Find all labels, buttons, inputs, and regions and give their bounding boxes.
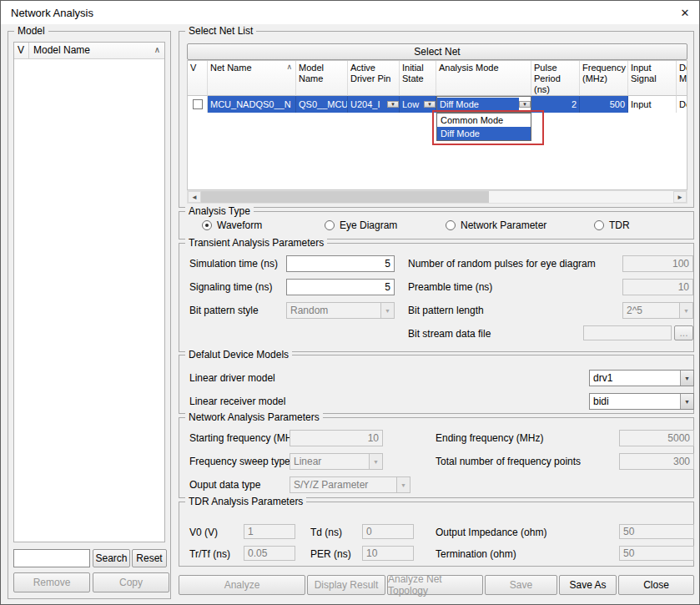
output-impedance-input — [619, 524, 694, 539]
scroll-left-arrow[interactable]: ◄ — [188, 191, 201, 203]
v0-input — [244, 524, 295, 539]
initial-state-value: Low — [400, 98, 424, 111]
per-label: PER (ns) — [310, 548, 351, 560]
linear-driver-model-label: Linear driver model — [189, 372, 275, 384]
trtf-input — [244, 546, 295, 561]
chevron-down-icon: ▼ — [396, 477, 410, 492]
radio-icon — [325, 220, 335, 230]
network-parameters-group: Network Analysis Parameters Starting fre… — [179, 417, 694, 498]
chevron-down-icon[interactable]: ▼ — [387, 101, 399, 108]
net-row-check-cell — [188, 96, 208, 113]
output-data-type-value: S/Y/Z Parameter — [290, 477, 396, 492]
analyze-net-topology-button: Analyze Net Topology — [387, 575, 483, 595]
model-list-header: V Model Name ∧ — [14, 43, 164, 59]
bit-stream-file-input — [583, 325, 672, 340]
chevron-down-icon[interactable]: ▼ — [680, 394, 693, 409]
bit-pattern-length-label: Bit pattern length — [408, 305, 484, 316]
remove-button: Remove — [13, 572, 90, 592]
transient-parameters-group: Transient Analysis Parameters Simulation… — [179, 243, 694, 352]
analysis-mode-value: Diff Mode — [437, 98, 519, 111]
close-dialog-button[interactable]: Close — [618, 575, 694, 595]
input-signal-cell[interactable]: Input — [628, 96, 677, 113]
net-table-row[interactable]: MCU_NADQS0__N QS0__MCU U204_I ▼ Low ▼ Di… — [188, 96, 687, 113]
col-initial-state[interactable]: Initial State — [400, 61, 436, 96]
td-label: Td (ns) — [310, 527, 342, 538]
chevron-down-icon: ▼ — [380, 303, 394, 318]
frequency-cell[interactable]: 500 — [580, 96, 628, 113]
frequency-sweep-type-combo: Linear ▼ — [290, 453, 383, 470]
net-name-cell[interactable]: MCU_NADQS0__N — [208, 96, 296, 113]
trtf-label: Tr/Tf (ns) — [189, 548, 230, 560]
bit-pattern-length-combo: 2^5 ▼ — [622, 302, 693, 319]
active-driver-pin-combo[interactable]: U204_I ▼ — [348, 96, 400, 113]
col-net-name[interactable]: Net Name ∧ — [208, 61, 296, 96]
model-header-name-column[interactable]: Model Name ∧ — [29, 43, 164, 58]
initial-state-combo[interactable]: Low ▼ — [400, 96, 436, 113]
radio-waveform[interactable]: Waveform — [202, 219, 262, 231]
col-model-name[interactable]: Model Name — [296, 61, 348, 96]
radio-waveform-label: Waveform — [217, 219, 262, 231]
net-table-hscrollbar[interactable]: ◄ ► — [187, 190, 687, 204]
simulation-time-input[interactable] — [286, 255, 395, 272]
radio-icon — [594, 220, 604, 230]
reset-button[interactable]: Reset — [132, 549, 167, 567]
scrollbar-thumb[interactable] — [201, 191, 489, 203]
copy-button: Copy — [93, 572, 169, 592]
col-analysis-mode[interactable]: Analysis Mode — [436, 61, 531, 96]
model-search-input[interactable] — [13, 549, 90, 567]
v0-label: V0 (V) — [189, 527, 218, 538]
sort-ascending-icon: ∧ — [154, 45, 160, 54]
scroll-right-arrow[interactable]: ► — [673, 191, 687, 203]
device-model-cell[interactable]: De — [677, 96, 687, 113]
radio-tdr[interactable]: TDR — [594, 219, 630, 231]
radio-network-parameter-label: Network Parameter — [461, 219, 546, 231]
linear-receiver-model-combo[interactable]: bidi ▼ — [589, 393, 694, 410]
sort-ascending-icon: ∧ — [286, 63, 292, 72]
col-check[interactable]: V — [188, 61, 208, 96]
model-list-body[interactable] — [14, 59, 164, 542]
col-input-signal[interactable]: Input Signal — [628, 61, 677, 96]
radio-icon — [446, 220, 456, 230]
termination-label: Termination (ohm) — [436, 548, 516, 560]
search-button[interactable]: Search — [93, 549, 130, 567]
radio-network-parameter[interactable]: Network Parameter — [446, 219, 546, 231]
chevron-down-icon[interactable]: ▼ — [424, 101, 436, 108]
analysis-type-group-title: Analysis Type — [185, 205, 254, 217]
save-as-button[interactable]: Save As — [559, 575, 617, 595]
net-row-checkbox[interactable] — [193, 99, 203, 109]
output-data-type-label: Ouput data type — [189, 479, 260, 491]
analysis-mode-combo[interactable]: Diff Mode ▼ — [436, 96, 531, 113]
bit-stream-file-label: Bit stream data file — [408, 328, 491, 340]
linear-driver-model-combo[interactable]: drv1 ▼ — [589, 370, 694, 386]
preamble-time-input — [622, 279, 693, 295]
window-title: Network Analysis — [11, 7, 93, 19]
select-net-button[interactable]: Select Net — [187, 43, 687, 60]
col-frequency[interactable]: Frequency (MHz) — [580, 61, 628, 96]
dropdown-option-diff-mode[interactable]: Diff Mode — [437, 127, 531, 140]
title-bar: Network Analysis ✕ — [1, 1, 699, 24]
linear-receiver-model-label: Linear receiver model — [189, 396, 285, 407]
chevron-down-icon[interactable]: ▼ — [519, 101, 531, 108]
chevron-down-icon[interactable]: ▼ — [680, 371, 693, 386]
col-pulse-period[interactable]: Pulse Period (ns) — [531, 61, 580, 96]
pulse-period-cell[interactable]: 2 — [531, 96, 580, 113]
model-name-cell[interactable]: QS0__MCU — [296, 96, 348, 113]
radio-eye-diagram[interactable]: Eye Diagram — [325, 219, 397, 231]
col-device-model[interactable]: De Mc — [677, 61, 687, 96]
model-list: V Model Name ∧ — [13, 42, 165, 542]
tdr-parameters-group-title: TDR Analysis Parameters — [185, 496, 306, 507]
transient-group-title: Transient Analysis Parameters — [185, 237, 327, 249]
col-active-driver-pin[interactable]: Active Driver Pin — [348, 61, 400, 96]
close-button[interactable]: ✕ — [677, 5, 693, 20]
radio-icon — [202, 220, 212, 230]
dropdown-option-common-mode[interactable]: Common Mode — [437, 113, 531, 127]
starting-frequency-label: Starting frequency (MHz) — [189, 432, 300, 444]
select-net-list-group-title: Select Net List — [185, 25, 256, 37]
device-models-group-title: Defalut Device Models — [185, 349, 292, 360]
model-header-check-column[interactable]: V — [14, 43, 29, 58]
signaling-time-input[interactable] — [286, 279, 395, 295]
bit-pattern-style-label: Bit pattern style — [189, 305, 259, 316]
radio-eye-diagram-label: Eye Diagram — [340, 219, 397, 231]
model-header-name-label: Model Name — [33, 44, 90, 56]
linear-receiver-model-value: bidi — [590, 394, 680, 409]
